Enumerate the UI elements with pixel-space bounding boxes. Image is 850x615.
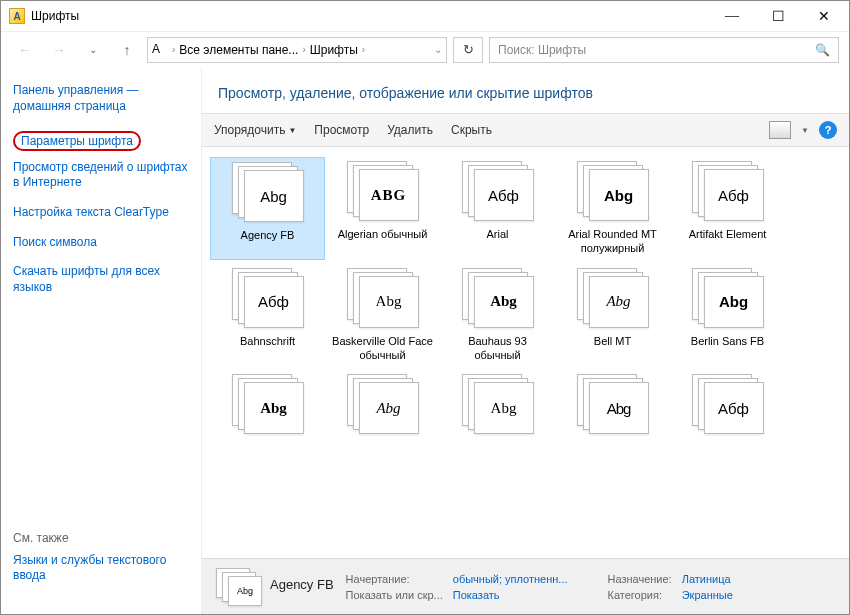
font-item[interactable]: ABG Algerian обычный [325,157,440,260]
main-pane: Просмотр, удаление, отображение или скры… [201,67,849,614]
chevron-right-icon: › [172,44,175,55]
details-purpose-label: Назначение: [608,573,672,585]
search-placeholder: Поиск: Шрифты [498,43,586,57]
details-pane: Abg Agency FB Начертание: Показать или с… [202,558,849,614]
sidebar-link-languages[interactable]: Языки и службы текстового ввода [13,553,189,584]
close-button[interactable]: ✕ [801,1,847,31]
details-icon: Abg [216,568,258,606]
chevron-right-icon: › [362,44,365,55]
organize-menu[interactable]: Упорядочить▼ [214,123,296,137]
font-icon: Abg [347,268,419,328]
back-button[interactable]: ← [11,36,39,64]
recent-dropdown[interactable]: ⌄ [79,36,107,64]
up-button[interactable]: ↑ [113,36,141,64]
font-item[interactable]: Абф Artifakt Element [670,157,785,260]
font-label: Artifakt Element [689,227,767,241]
font-icon: ABG [347,161,419,221]
details-style-value: обычный; уплотненн... [453,573,568,585]
address-bar[interactable]: A › Все элементы пане... › Шрифты › ⌄ [147,37,447,63]
folder-icon: A [152,42,168,58]
font-item[interactable]: Abg [440,370,555,444]
chevron-right-icon: › [302,44,305,55]
toolbar: Упорядочить▼ Просмотр Удалить Скрыть ▼ ? [202,113,849,147]
font-label: Arial Rounded MT полужирный [559,227,666,256]
search-box[interactable]: Поиск: Шрифты 🔍 [489,37,839,63]
font-label: Berlin Sans FB [691,334,764,348]
sidebar-link-charmap[interactable]: Поиск символа [13,235,189,251]
font-item[interactable]: Abg Baskerville Old Face обычный [325,264,440,367]
search-icon: 🔍 [815,43,830,57]
font-icon: Abg [462,268,534,328]
font-label: Bahnschrift [240,334,295,348]
title-bar: A Шрифты — ☐ ✕ [1,1,849,31]
font-grid: Abg Agency FB ABG Algerian обычный Абф A… [202,147,849,558]
breadcrumb-part[interactable]: Шрифты [310,43,358,57]
font-icon: Абф [462,161,534,221]
app-icon: A [9,8,25,24]
font-label: Bell MT [594,334,631,348]
sidebar: Панель управления — домашняя страница Па… [1,67,201,614]
font-item[interactable]: Abg [325,370,440,444]
minimize-button[interactable]: — [709,1,755,31]
font-item[interactable]: Abg Berlin Sans FB [670,264,785,367]
hide-button[interactable]: Скрыть [451,123,492,137]
font-icon: Abg [232,162,304,222]
font-label: Arial [486,227,508,241]
nav-bar: ← → ⌄ ↑ A › Все элементы пане... › Шрифт… [1,31,849,67]
font-icon: Abg [347,374,419,434]
page-heading: Просмотр, удаление, отображение или скры… [202,67,849,113]
sidebar-link-font-info[interactable]: Просмотр сведений о шрифтах в Интернете [13,160,189,191]
breadcrumb-part[interactable]: Все элементы пане... [179,43,298,57]
font-label: Agency FB [241,228,295,242]
address-dropdown-icon[interactable]: ⌄ [434,44,442,55]
see-also-label: См. также [13,531,189,545]
font-item[interactable]: Абф Arial [440,157,555,260]
font-item[interactable]: Abg [210,370,325,444]
font-item[interactable]: Abg Bauhaus 93 обычный [440,264,555,367]
font-icon: Abg [462,374,534,434]
font-label: Algerian обычный [338,227,428,241]
font-icon: Abg [692,268,764,328]
details-style-label: Начертание: [346,573,410,585]
font-item[interactable]: Abg Agency FB [210,157,325,260]
font-label: Baskerville Old Face обычный [329,334,436,363]
sidebar-home-link[interactable]: Панель управления — домашняя страница [13,83,189,114]
window-title: Шрифты [31,9,709,23]
details-purpose-value: Латиница [682,573,731,585]
sidebar-link-download[interactable]: Скачать шрифты для всех языков [13,264,189,295]
font-label: Bauhaus 93 обычный [444,334,551,363]
font-item[interactable]: Абф [670,370,785,444]
forward-button[interactable]: → [45,36,73,64]
sidebar-link-cleartype[interactable]: Настройка текста ClearType [13,205,189,221]
font-item[interactable]: Абф Bahnschrift [210,264,325,367]
delete-button[interactable]: Удалить [387,123,433,137]
refresh-button[interactable]: ↻ [453,37,483,63]
sidebar-link-font-params[interactable]: Параметры шрифта [13,131,141,151]
details-category-value: Экранные [682,589,733,601]
font-icon: Abg [577,374,649,434]
font-icon: Abg [577,268,649,328]
help-button[interactable]: ? [819,121,837,139]
font-icon: Abg [232,374,304,434]
font-item[interactable]: Abg Bell MT [555,264,670,367]
font-icon: Абф [692,161,764,221]
preview-button[interactable]: Просмотр [314,123,369,137]
maximize-button[interactable]: ☐ [755,1,801,31]
details-show-value: Показать [453,589,500,601]
details-font-name: Agency FB [270,577,334,592]
font-item[interactable]: Abg [555,370,670,444]
details-show-label: Показать или скр... [346,589,443,601]
font-item[interactable]: Abg Arial Rounded MT полужирный [555,157,670,260]
font-icon: Abg [577,161,649,221]
chevron-down-icon[interactable]: ▼ [801,126,809,135]
details-category-label: Категория: [608,589,662,601]
view-options-button[interactable] [769,121,791,139]
font-icon: Абф [692,374,764,434]
font-icon: Абф [232,268,304,328]
